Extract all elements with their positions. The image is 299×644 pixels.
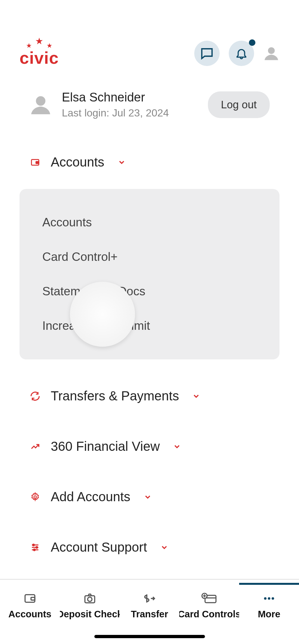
trend-icon <box>29 442 41 451</box>
card-icon <box>201 591 217 606</box>
more-icon <box>263 591 276 606</box>
svg-point-17 <box>272 597 274 600</box>
user-info-text: Elsa Schneider Last login: Jul 23, 2024 <box>62 90 198 119</box>
app-header: ★ ★ ★ civic <box>0 33 299 81</box>
menu-add-accounts[interactable]: Add Accounts <box>20 483 279 511</box>
bell-icon <box>235 47 248 60</box>
civic-logo[interactable]: ★ ★ ★ civic <box>20 39 59 68</box>
svg-rect-9 <box>31 597 35 600</box>
svg-point-11 <box>88 597 92 601</box>
chat-button[interactable] <box>194 41 220 66</box>
svg-point-6 <box>36 546 38 548</box>
wallet-icon <box>29 157 41 167</box>
svg-rect-3 <box>36 161 39 163</box>
header-actions <box>194 41 279 66</box>
nav-accounts-label: Accounts <box>8 609 51 620</box>
svg-point-16 <box>268 597 270 600</box>
menu-financial-view[interactable]: 360 Financial View <box>20 433 279 460</box>
dollar-transfer-icon <box>142 591 156 606</box>
menu-transfers-label: Transfers & Payments <box>51 389 179 403</box>
chat-icon <box>200 47 214 60</box>
status-bar <box>0 0 299 33</box>
star-icon: ★ <box>35 36 43 49</box>
nav-deposit-label: Deposit Check <box>60 609 120 620</box>
submenu-accounts[interactable]: Accounts <box>42 205 257 240</box>
nav-more-label: More <box>258 609 280 620</box>
home-indicator[interactable] <box>94 635 205 638</box>
svg-point-15 <box>264 597 267 600</box>
wallet-icon <box>23 591 36 606</box>
avatar-icon <box>29 93 52 116</box>
last-login: Last login: Jul 23, 2024 <box>62 107 198 119</box>
chevron-down-icon <box>160 543 169 552</box>
menu-accounts-label: Accounts <box>51 155 104 169</box>
bottom-nav: Accounts Deposit Check Transfer <box>0 579 299 644</box>
user-info-row: Elsa Schneider Last login: Jul 23, 2024 … <box>20 81 279 129</box>
svg-point-4 <box>34 496 36 498</box>
chevron-down-icon <box>192 392 200 400</box>
chevron-down-icon <box>143 493 152 501</box>
sliders-icon <box>29 543 41 552</box>
notifications-button[interactable] <box>229 41 254 66</box>
menu-support-label: Account Support <box>51 540 147 555</box>
user-avatar <box>29 93 52 116</box>
avatar-icon <box>263 45 279 61</box>
svg-point-0 <box>268 47 275 54</box>
svg-point-5 <box>33 544 34 546</box>
profile-button[interactable] <box>263 45 279 61</box>
menu-accounts[interactable]: Accounts <box>20 148 279 176</box>
submenu-card-control[interactable]: Card Control+ <box>42 240 257 274</box>
notification-dot-icon <box>249 39 255 46</box>
chevron-down-icon <box>173 442 181 451</box>
nav-transfer-label: Transfer <box>131 609 168 620</box>
logo-text: civic <box>20 48 59 68</box>
accounts-submenu: Accounts Card Control+ Statements & Docs… <box>20 189 279 359</box>
submenu-credit-limit[interactable]: Increase credit Limit <box>42 309 257 343</box>
user-name: Elsa Schneider <box>62 90 198 104</box>
svg-rect-8 <box>25 595 35 602</box>
nav-more[interactable]: More <box>239 583 299 644</box>
svg-point-7 <box>34 549 35 551</box>
camera-icon <box>83 591 96 606</box>
menu-transfers[interactable]: Transfers & Payments <box>20 382 279 410</box>
menu-support[interactable]: Account Support <box>20 533 279 561</box>
menu-add-accounts-label: Add Accounts <box>51 490 130 504</box>
chevron-down-icon <box>117 158 126 167</box>
transfer-icon <box>29 391 41 401</box>
menu-financial-label: 360 Financial View <box>51 439 160 454</box>
nav-accounts[interactable]: Accounts <box>0 583 60 644</box>
nav-card-label: Card Controls <box>179 609 239 620</box>
menu-list: Accounts Accounts Card Control+ Statemen… <box>20 148 279 600</box>
gear-icon <box>29 492 41 502</box>
main-content: Elsa Schneider Last login: Jul 23, 2024 … <box>0 81 299 600</box>
logout-button[interactable]: Log out <box>208 91 270 118</box>
submenu-statements[interactable]: Statements & Docs <box>42 274 257 309</box>
svg-point-1 <box>36 96 45 106</box>
